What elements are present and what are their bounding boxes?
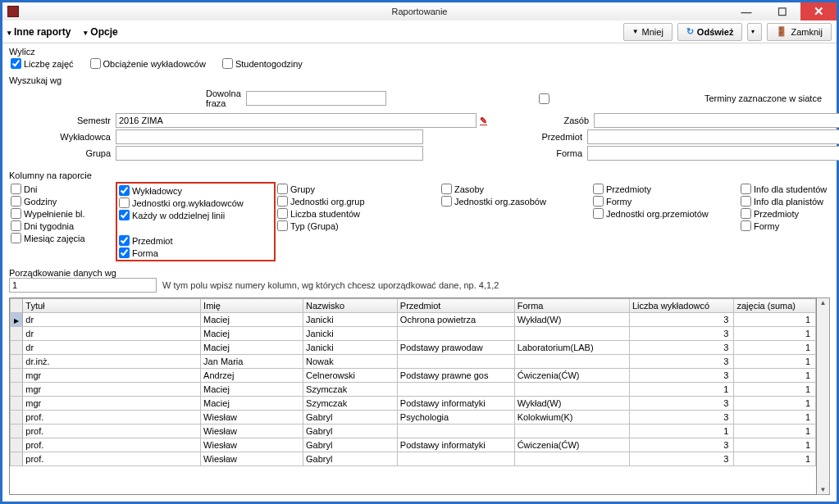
wylicz-label: Wylicz xyxy=(9,47,830,57)
column-header[interactable]: Nazwisko xyxy=(303,299,398,313)
cell xyxy=(514,383,629,397)
check-przedmiot-col[interactable]: Przedmiot xyxy=(119,235,272,246)
semestr-edit-icon[interactable]: ✎ xyxy=(480,116,487,126)
table-row[interactable]: drMaciejJanicki31 xyxy=(11,327,816,341)
table-row[interactable]: prof.WiesławGabrylPsychologiaKolokwium(K… xyxy=(11,411,816,425)
check-grupy[interactable]: Grupy xyxy=(277,184,438,194)
results-table[interactable]: TytułImięNazwiskoPrzedmiotFormaLiczba wy… xyxy=(9,297,817,495)
zamknij-button[interactable]: 🚪Zamknij xyxy=(767,23,832,41)
check-dni-tygodnia[interactable]: Dni tygodnia xyxy=(11,220,114,231)
exit-icon: 🚪 xyxy=(776,26,787,37)
cell: Janicki xyxy=(303,341,398,355)
dowolna-input[interactable] xyxy=(246,91,386,106)
cell: 1 xyxy=(734,341,816,355)
menu-opcje[interactable]: Opcje xyxy=(84,26,117,38)
table-row[interactable]: prof.WiesławGabryl31 xyxy=(11,452,816,466)
column-header[interactable]: zajęcia (suma) xyxy=(734,299,816,313)
close-window-button[interactable]: ✕ xyxy=(800,2,837,20)
cell: Kolokwium(K) xyxy=(514,411,629,425)
check-terminy[interactable]: Terminy zaznaczone w siatce xyxy=(386,93,822,104)
cell xyxy=(514,425,629,438)
cell: 1 xyxy=(734,452,816,466)
odswiez-button[interactable]: ↻Odśwież xyxy=(677,23,743,41)
check-jednostki-wyk[interactable]: Jednostki org.wykładowców xyxy=(119,198,272,208)
grupa-input[interactable] xyxy=(116,146,423,161)
cell: 1 xyxy=(734,313,816,327)
wykladowca-input[interactable] xyxy=(116,129,423,144)
column-header[interactable]: Liczba wykładowcó xyxy=(629,299,734,313)
check-dni[interactable]: Dni xyxy=(11,184,114,194)
menu-inne-raporty[interactable]: Inne raporty xyxy=(7,26,71,38)
check-forma-col[interactable]: Forma xyxy=(119,247,272,258)
table-row[interactable]: drMaciejJanickiOchrona powietrzaWykład(W… xyxy=(11,313,816,327)
cell: Laboratorium(LAB) xyxy=(514,341,629,355)
check-jednostki-zas[interactable]: Jednostki org.zasobów xyxy=(441,196,590,207)
cell: 1 xyxy=(629,383,734,397)
sort-input[interactable] xyxy=(9,278,157,293)
column-header[interactable]: Przedmiot xyxy=(397,299,514,313)
maximize-button[interactable]: ☐ xyxy=(764,2,800,20)
cell: dr xyxy=(23,341,201,355)
table-row[interactable]: mgrAndrzejCelnerowskiPodstawy prawne gos… xyxy=(11,369,816,383)
table-row[interactable]: drMaciejJanickiPodstawy prawodawLaborato… xyxy=(11,341,816,355)
cell: 1 xyxy=(629,425,734,438)
check-wypelnienie[interactable]: Wypełnienie bl. xyxy=(11,208,114,219)
check-jednostki-grup[interactable]: Jednostki org.grup xyxy=(277,196,438,207)
cell: Gabryl xyxy=(303,425,398,438)
check-przedmioty2[interactable]: Przedmioty xyxy=(741,208,828,219)
cell xyxy=(397,327,514,341)
titlebar: Raportowanie — ☐ ✕ xyxy=(2,2,837,20)
cell: 3 xyxy=(629,438,734,452)
highlighted-column-group: Wykładowcy Jednostki org.wykładowców Każ… xyxy=(116,182,276,261)
check-studentogodziny[interactable]: Studentogodziny xyxy=(222,58,303,69)
cell: 3 xyxy=(629,411,734,425)
scroll-down-icon[interactable]: ▼ xyxy=(820,485,827,494)
check-zasoby[interactable]: Zasoby xyxy=(441,184,590,194)
dowolna-label: Dowolna fraza xyxy=(206,89,241,108)
check-miesiac[interactable]: Miesiąc zajęcia xyxy=(11,233,114,243)
cell: Psychologia xyxy=(397,411,514,425)
table-row[interactable]: dr.inż.Jan MariaNowak31 xyxy=(11,355,816,369)
cell: 1 xyxy=(734,369,816,383)
semestr-input[interactable] xyxy=(116,113,476,128)
cell: Podstawy informatyki xyxy=(397,397,514,411)
cell xyxy=(397,452,514,466)
check-formy2[interactable]: Formy xyxy=(741,220,828,231)
scroll-up-icon[interactable]: ▲ xyxy=(820,298,827,307)
table-row[interactable]: mgrMaciejSzymczakPodstawy informatykiWyk… xyxy=(11,397,816,411)
cell: Janicki xyxy=(303,313,398,327)
check-formy[interactable]: Formy xyxy=(593,196,737,207)
check-liczba-stud[interactable]: Liczba studentów xyxy=(277,208,438,219)
check-obciazenie[interactable]: Obciążenie wykładowców xyxy=(90,58,206,69)
cell: 3 xyxy=(629,355,734,369)
przedmiot-input[interactable] xyxy=(587,129,839,144)
check-info-stud[interactable]: Info dla studentów xyxy=(741,184,828,194)
zasob-input[interactable] xyxy=(594,113,839,128)
cell: Wiesław xyxy=(201,452,303,466)
table-row[interactable]: prof.WiesławGabrylPodstawy informatykiĆw… xyxy=(11,438,816,452)
minimize-button[interactable]: — xyxy=(728,2,764,20)
table-row[interactable]: mgrMaciejSzymczak11 xyxy=(11,383,816,397)
column-header[interactable]: Imię xyxy=(201,299,303,313)
column-header[interactable]: Tytuł xyxy=(23,299,201,313)
check-liczbe-zajec[interactable]: Liczbę zajęć xyxy=(11,58,74,69)
toolbar: Inne raporty Opcje ▼Mniej ↻Odśwież ▾ 🚪Za… xyxy=(2,20,837,43)
semestr-label: Semestr xyxy=(9,116,116,125)
odswiez-dropdown[interactable]: ▾ xyxy=(747,23,762,41)
cell: Celnerowski xyxy=(303,369,398,383)
cell: Maciej xyxy=(201,341,303,355)
column-header[interactable]: Forma xyxy=(514,299,629,313)
vertical-scrollbar[interactable]: ▲ ▼ xyxy=(817,297,830,495)
check-typ-grupa[interactable]: Typ (Grupa) xyxy=(277,220,438,231)
check-info-plan[interactable]: Info dla planistów xyxy=(741,196,828,207)
check-jednostki-prz[interactable]: Jednostki org.przemiotów xyxy=(593,208,737,219)
check-przedmioty[interactable]: Przedmioty xyxy=(593,184,737,194)
check-kazdy-linia[interactable]: Każdy w oddzielnej linii xyxy=(119,210,272,220)
check-godziny[interactable]: Godziny xyxy=(11,196,114,207)
check-wykladowcy[interactable]: Wykładowcy xyxy=(119,185,272,196)
forma-input[interactable] xyxy=(587,146,839,161)
mniej-button[interactable]: ▼Mniej xyxy=(623,23,673,41)
cell: prof. xyxy=(23,425,201,438)
table-row[interactable]: prof.WiesławGabryl11 xyxy=(11,425,816,438)
cell: Nowak xyxy=(303,355,398,369)
